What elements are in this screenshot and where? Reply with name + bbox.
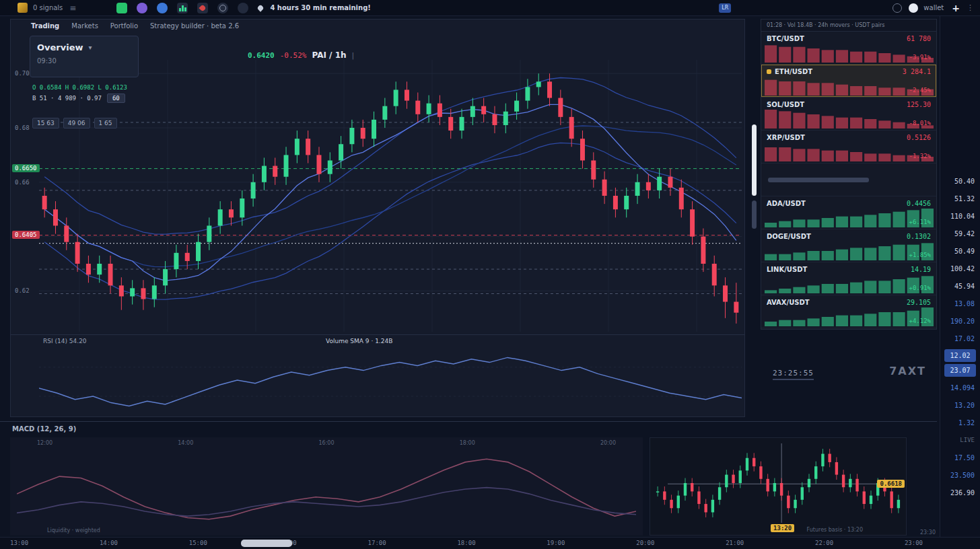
candle <box>306 139 310 155</box>
ticker-symbol: BTC/USDT <box>767 35 804 42</box>
orderbook-ask-row[interactable]: 50.49 <box>940 242 980 260</box>
ticker-symbol: XRP/USDT <box>767 134 805 141</box>
session-zone: 23:25:55 7AXT <box>761 336 937 417</box>
watchlist-row-link-usdt[interactable]: LINK/USDT14.19+0.91% <box>761 262 936 295</box>
orderbook-chip-row[interactable]: 23.07 <box>944 364 976 377</box>
symbol-widget-title: Overview <box>37 42 83 52</box>
community-icon[interactable] <box>137 3 147 13</box>
theme-toggle-icon[interactable] <box>893 3 902 13</box>
chat-icon[interactable] <box>116 3 127 13</box>
pair-timeframe[interactable]: PAI / 1h <box>312 50 347 60</box>
hot-markets-icon[interactable] <box>197 3 208 13</box>
ticker-price: 0.4456 <box>907 200 931 207</box>
orderbook-bid-row[interactable]: 23.500 <box>940 466 980 484</box>
avatar[interactable] <box>909 3 918 13</box>
orderbook-bid-row[interactable]: 190.20 <box>940 312 980 330</box>
orderbook-ask-row[interactable]: 236.90 <box>940 484 980 501</box>
crosshair-time-badge: 13:20 <box>771 524 794 532</box>
orderbook-ask-row[interactable]: 100.42 <box>940 260 980 277</box>
toolbar-tab-2[interactable]: Portfolio <box>110 22 138 30</box>
macd-chart[interactable] <box>17 449 636 529</box>
stat-badge-1[interactable]: 49 06 <box>63 118 90 129</box>
candle <box>372 120 376 139</box>
watchlist-row-xrp-usdt[interactable]: XRP/USDT0.5126-1.32% <box>761 131 936 163</box>
vertical-scrollbar-track[interactable] <box>752 200 757 229</box>
candle <box>119 285 124 296</box>
macd-x-label: 18:00 <box>460 440 475 446</box>
time-label: 23:00 <box>905 540 923 546</box>
orderbook-bid-row[interactable]: 17.02 <box>940 330 980 347</box>
candle <box>427 104 431 114</box>
panel-separator[interactable] <box>11 334 744 335</box>
watchlist-row-doge-usdt[interactable]: DOGE/USDT0.1302+1.85% <box>761 229 936 262</box>
candle <box>394 89 398 106</box>
time-label: 21:00 <box>726 540 744 546</box>
wallet-label[interactable]: wallet <box>923 4 944 11</box>
orderbook-bid-row[interactable]: 1.32 <box>940 414 980 431</box>
candle <box>53 209 58 225</box>
candle <box>405 89 409 100</box>
kebab-menu-icon[interactable]: ⋮ <box>967 3 975 12</box>
app-logo-icon[interactable] <box>18 3 28 13</box>
ticker-change: -3.91% <box>909 54 931 61</box>
ticker-price: 0.1302 <box>907 233 931 240</box>
price-tick: 0.70 <box>15 70 30 77</box>
ticker-change: +0.91% <box>909 285 931 291</box>
orderbook-ask-row[interactable]: 50.40 <box>940 172 980 190</box>
candle <box>668 177 672 188</box>
orderbook-ask-row[interactable]: 45.94 <box>940 277 980 295</box>
ticker-symbol: DOGE/USDT <box>767 233 811 240</box>
orderbook-bid-row[interactable]: 13.08 <box>940 295 980 312</box>
candle <box>295 139 300 155</box>
night-mode-icon[interactable] <box>238 3 248 13</box>
crosshair-price-badge: 0.6618 <box>877 480 905 488</box>
orderbook-bid-row[interactable]: 13.20 <box>940 396 980 414</box>
add-button[interactable]: + <box>952 3 960 13</box>
indicator-center-label[interactable]: Volume SMA 9 · 1.24B <box>326 338 392 344</box>
signals-counter[interactable]: 0 signals <box>33 4 63 11</box>
price-axis[interactable]: 0.700.680.660.640.620.66500.6405 <box>11 20 39 418</box>
symbol-selector-widget[interactable]: Overview ▾ 09:30 <box>30 36 139 77</box>
vertical-scrollbar-thumb[interactable] <box>752 124 757 196</box>
ticker-symbol: AVAX/USDT <box>767 299 810 306</box>
watchlist-row-sol-usdt[interactable]: SOL/USDT125.30-8.01% <box>761 98 936 131</box>
time-label: 15:00 <box>189 540 207 546</box>
time-label: 19:00 <box>547 540 565 546</box>
toolbar-tab-1[interactable]: Markets <box>71 22 98 30</box>
ticker-price: 29.105 <box>907 299 931 306</box>
orderbook-bid-row[interactable]: 14.094 <box>940 379 980 396</box>
stats-badge-icon[interactable]: LR <box>719 3 731 13</box>
orderbook-ask-row[interactable]: 59.42 <box>940 225 980 242</box>
indicator-left-label[interactable]: RSI (14) 54.20 <box>43 338 87 344</box>
chevron-down-icon[interactable]: ▾ <box>89 44 92 51</box>
time-axis[interactable]: 13:0014:0015:0016:0017:0018:0019:0020:00… <box>0 537 980 549</box>
horizontal-scrollbar-thumb[interactable] <box>241 540 292 547</box>
toolbar-tab-0[interactable]: Trading <box>31 22 59 30</box>
watchlist-row-avax-usdt[interactable]: AVAX/USDT29.105+4.12% <box>761 295 936 328</box>
interval-box[interactable]: 60 <box>107 94 125 103</box>
mini-candlestick-chart[interactable] <box>654 443 902 523</box>
watchlist-row-btc-usdt[interactable]: BTC/USDT61 780-3.91% <box>761 32 936 65</box>
stat-badge-0[interactable]: 15 63 <box>32 118 59 129</box>
orderbook-bid-row[interactable]: 17.50 <box>940 449 980 466</box>
watchlist-row-eth-usdt[interactable]: ETH/USDT3 284.1-2.45% <box>761 65 936 98</box>
symbol-widget-subtitle: 09:30 <box>37 57 131 65</box>
orderbook-ask-row[interactable]: 110.04 <box>940 207 980 225</box>
toolbar-tab-3[interactable]: Strategy builder · beta 2.6 <box>150 22 239 30</box>
orderbook-muted-row[interactable]: LIVE <box>940 431 980 449</box>
ticker-change: -2.45% <box>909 87 931 94</box>
macd-panel-title: MACD (12, 26, 9) <box>12 425 76 433</box>
globe-icon[interactable] <box>157 3 168 13</box>
candle <box>108 264 113 285</box>
orderbook-chip-row[interactable]: 12.02 <box>944 349 976 362</box>
watchlist-row-ada-usdt[interactable]: ADA/USDT0.4456+6.11% <box>761 196 936 229</box>
indicator-chart[interactable] <box>39 348 742 412</box>
hamburger-menu-icon[interactable]: ≡ <box>69 3 76 13</box>
candlestick-chart[interactable] <box>39 60 742 332</box>
stat-badge-2[interactable]: 1 65 <box>94 118 117 129</box>
candle <box>448 117 453 131</box>
world-icon[interactable] <box>217 3 228 13</box>
candle <box>503 112 508 125</box>
orderbook-ask-row[interactable]: 51.32 <box>940 190 980 207</box>
mini-chart-icon[interactable] <box>177 3 188 13</box>
